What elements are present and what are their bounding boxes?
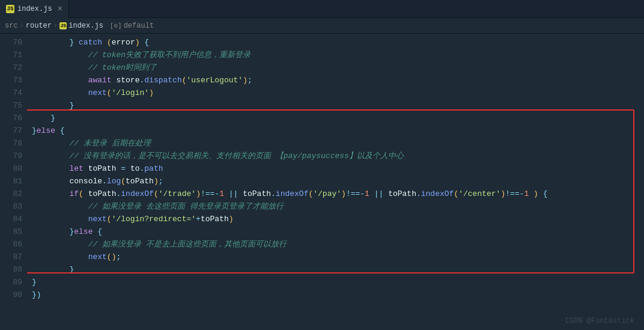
code-line-84: next('/login?redirect='+toPath) <box>32 213 644 225</box>
code-content[interactable]: } catch (error) { // token失效了获取不到用户信息，重新… <box>27 34 644 330</box>
code-line-90: }) <box>32 289 644 301</box>
code-line-76: } <box>32 112 644 124</box>
breadcrumb-sep2: › <box>53 22 58 30</box>
code-line-70: } catch (error) { <box>32 36 644 49</box>
breadcrumb-js-icon: JS <box>59 22 67 29</box>
breadcrumb-sep1: › <box>20 22 24 30</box>
code-line-89: } <box>32 276 644 289</box>
breadcrumb-file: index.js <box>68 22 103 30</box>
watermark: CSDN @Fantastick <box>565 317 634 325</box>
code-line-71: // token失效了获取不到用户信息，重新登录 <box>32 49 644 61</box>
breadcrumb-bracket: [⊙] <box>110 22 122 29</box>
line-numbers: 70 71 72 73 74 75 76 77 78 79 80 81 82 8… <box>0 34 27 330</box>
tab-index-js[interactable]: JS index.js × <box>0 0 69 18</box>
code-line-85: }else { <box>32 225 644 238</box>
js-file-icon: JS <box>6 5 14 13</box>
close-tab-button[interactable]: × <box>58 4 62 14</box>
code-line-79: // 没有登录的话，是不可以去交易相关、支付相关的页面 【pay/paysucc… <box>32 150 644 162</box>
breadcrumb-src: src <box>5 22 18 30</box>
editor-area: 70 71 72 73 74 75 76 77 78 79 80 81 82 8… <box>0 34 644 330</box>
breadcrumb-router: router <box>26 22 52 30</box>
code-line-73: await store.dispatch('userLogout'); <box>32 74 644 87</box>
code-line-75: } <box>32 99 644 112</box>
breadcrumb: src › router › JS index.js [⊙] default <box>0 18 644 34</box>
code-line-72: // token时间到了 <box>32 61 644 74</box>
tab-filename: index.js <box>17 5 52 13</box>
code-line-82: if( toPath.indexOf('/trade')!==-1 || toP… <box>32 188 644 200</box>
code-line-86: // 如果没登录 不是去上面这些页面，其他页面可以放行 <box>32 238 644 251</box>
tab-bar: JS index.js × <box>0 0 644 18</box>
code-line-83: // 如果没登录 去这些页面 得先登录页登录了才能放行 <box>32 200 644 213</box>
code-line-80: let toPath = to.path <box>32 162 644 175</box>
breadcrumb-default: default <box>124 22 154 30</box>
code-line-78: // 未登录 后期在处理 <box>32 137 644 150</box>
code-line-74: next('/login') <box>32 87 644 99</box>
code-line-77: }else { <box>32 124 644 137</box>
code-line-88: } <box>32 263 644 276</box>
code-line-81: console.log(toPath); <box>32 175 644 188</box>
code-line-87: next(); <box>32 251 644 263</box>
